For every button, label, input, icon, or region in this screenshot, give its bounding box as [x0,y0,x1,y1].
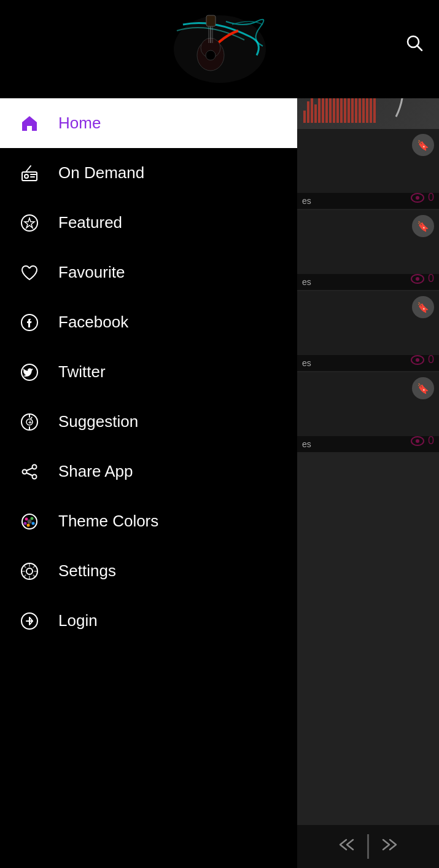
next-button[interactable] [381,838,398,855]
heart-icon [12,259,46,286]
player-divider [367,834,369,859]
prev-button[interactable] [338,838,355,855]
sidebar-item-share-app[interactable]: Share App [0,447,297,496]
sidebar-item-facebook[interactable]: Facebook [0,297,297,347]
svg-point-33 [30,517,33,520]
sidebar-item-favourite[interactable]: Favourite [0,248,297,297]
app-logo [165,12,275,86]
card-title-1: es [297,193,439,209]
card-title-4: es [297,436,439,452]
home-label: Home [58,114,101,133]
logo-svg [165,12,275,86]
search-icon [405,34,424,52]
svg-marker-18 [25,218,34,228]
twitter-label: Twitter [58,362,106,381]
sidebar-item-settings[interactable]: Settings [0,546,297,596]
svg-point-27 [22,469,26,474]
header [0,0,439,98]
right-content-panel: 🔖 0 es 🔖 0 es 🔖 0 [297,0,439,868]
card-1: 🔖 0 es [297,129,439,209]
search-button[interactable] [402,31,427,55]
svg-point-28 [32,474,36,479]
login-icon [12,607,46,635]
svg-line-11 [417,45,422,50]
suggestion-icon: + [12,408,46,436]
svg-line-16 [26,166,31,172]
settings-label: Settings [58,561,116,581]
home-icon [12,109,46,137]
player-bar [297,825,439,868]
twitter-icon [12,358,46,386]
bookmark-icon-1[interactable]: 🔖 [412,134,434,156]
svg-point-9 [206,50,216,60]
share-icon [12,458,46,485]
svg-point-13 [25,174,28,178]
svg-point-37 [27,519,31,523]
svg-point-26 [32,464,36,469]
theme-colors-label: Theme Colors [58,512,158,531]
star-icon [12,209,46,237]
svg-rect-8 [206,15,216,26]
settings-icon [12,557,46,585]
featured-label: Featured [58,213,122,232]
suggestion-label: Suggestion [58,412,138,431]
sidebar-item-login[interactable]: Login [0,596,297,646]
bookmark-icon-3[interactable]: 🔖 [412,296,434,318]
sidebar-item-featured[interactable]: Featured [0,198,297,248]
svg-line-29 [26,468,32,471]
facebook-icon [12,308,46,336]
on-demand-label: On Demand [58,163,144,182]
sidebar-item-on-demand[interactable]: On Demand [0,148,297,198]
card-4: 🔖 0 es [297,372,439,452]
share-app-label: Share App [58,462,133,481]
svg-line-30 [26,473,32,475]
card-title-2: es [297,274,439,290]
sidebar-item-twitter[interactable]: Twitter [0,347,297,397]
sidebar-menu: Home On Demand Featured [0,98,297,868]
radio-icon [12,159,46,187]
card-2: 🔖 0 es [297,210,439,290]
svg-point-39 [26,568,33,574]
login-label: Login [58,611,98,630]
favourite-label: Favourite [58,263,125,282]
bookmark-icon-4[interactable]: 🔖 [412,377,434,399]
logo-area [0,12,439,86]
sidebar-item-suggestion[interactable]: + Suggestion [0,397,297,447]
bookmark-icon-2[interactable]: 🔖 [412,215,434,237]
card-3: 🔖 0 es [297,291,439,371]
svg-point-32 [25,517,28,520]
card-title-3: es [297,355,439,371]
svg-point-35 [26,523,29,526]
sidebar-item-home[interactable]: Home [0,98,297,148]
facebook-label: Facebook [58,313,128,332]
palette-icon [12,507,46,535]
svg-point-36 [23,522,26,525]
svg-text:+: + [28,419,32,426]
sidebar-item-theme-colors[interactable]: Theme Colors [0,496,297,546]
svg-point-34 [31,522,34,525]
